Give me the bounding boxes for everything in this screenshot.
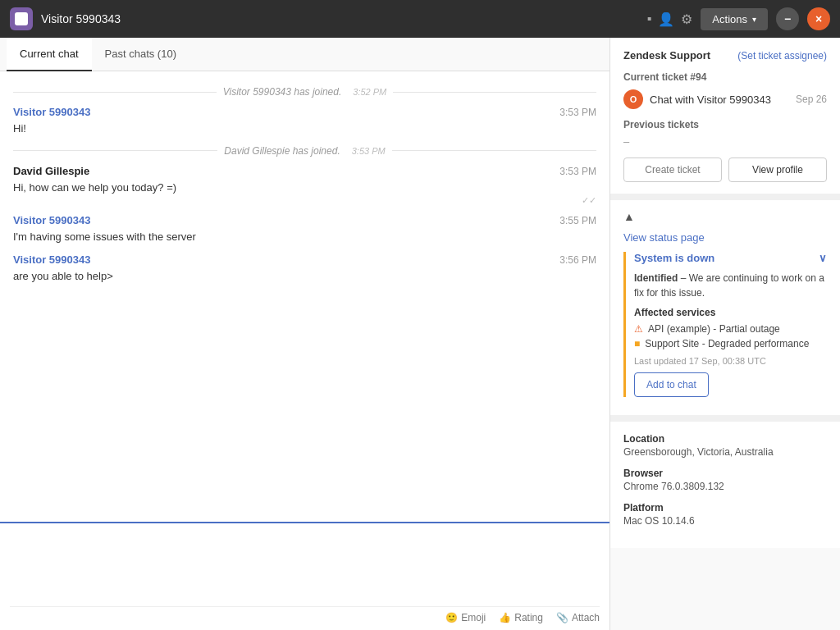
message-author: Visitor 5990343 [13, 253, 90, 266]
system-message-text: David Gillespie has joined. [224, 145, 340, 157]
location-value: Greensborough, Victoria, Australia [623, 446, 827, 458]
location-label: Location [623, 433, 827, 445]
emoji-label: Emoji [461, 612, 486, 623]
message-time: 3:53 PM [559, 107, 596, 118]
rating-label: Rating [514, 612, 543, 623]
message-time: 3:53 PM [559, 166, 596, 177]
message-time: 3:55 PM [559, 215, 596, 226]
chevron-down-icon: ∨ [819, 252, 827, 264]
chat-panel: Current chat Past chats (10) Visitor 599… [0, 38, 610, 630]
tabs: Current chat Past chats (10) [0, 38, 609, 71]
attach-button[interactable]: 📎 Attach [556, 612, 600, 623]
message-author: Visitor 5990343 [13, 214, 90, 226]
affected-item: ■Support Site - Degraded performance [634, 338, 827, 349]
message-author: Visitor 5990343 [13, 106, 90, 118]
titlebar: Visitor 5990343 ▪ 👤 ⚙ Actions ▾ − × [0, 0, 840, 38]
browser-value: Chrome 76.0.3809.132 [623, 481, 827, 492]
affected-items: ⚠API (example) - Partial outage■Support … [634, 323, 827, 349]
platform-value: Mac OS 10.14.6 [623, 515, 827, 527]
ticket-row: O Chat with Visitor 5990343 Sep 26 [623, 89, 827, 109]
message-input[interactable] [10, 530, 600, 604]
msg-footer: ✓✓ [13, 195, 596, 206]
actions-button[interactable]: Actions ▾ [701, 8, 768, 30]
zendesk-section: Zendesk Support (Set ticket assignee) Cu… [610, 38, 840, 200]
incident-status-bold: Identified [634, 272, 678, 284]
affected-icon: ⚠ [634, 323, 643, 335]
emoji-button[interactable]: 🙂 Emoji [445, 612, 486, 623]
system-message-time: 3:52 PM [353, 87, 386, 97]
message-block: David Gillespie 3:53 PM Hi, how can we h… [13, 165, 596, 207]
prev-tickets-label: Previous tickets [623, 119, 827, 130]
close-button[interactable]: × [807, 7, 830, 30]
minimize-button[interactable]: − [776, 7, 799, 30]
actions-label: Actions [712, 13, 747, 25]
view-status-link[interactable]: View status page [623, 231, 827, 244]
affected-item: ⚠API (example) - Partial outage [634, 323, 827, 335]
system-message-time: 3:53 PM [352, 146, 386, 156]
create-ticket-button[interactable]: Create ticket [623, 158, 722, 182]
app-icon [10, 7, 33, 30]
incident-title[interactable]: System is down ∨ [634, 252, 827, 264]
view-profile-button[interactable]: View profile [728, 158, 827, 182]
chevron-down-icon: ▾ [752, 15, 756, 24]
tab-current-chat[interactable]: Current chat [7, 38, 92, 71]
affected-item-text: API (example) - Partial outage [648, 323, 780, 335]
platform-group: Platform Mac OS 10.14.6 [623, 502, 827, 527]
location-section: Location Greensborough, Victoria, Austra… [610, 422, 840, 548]
right-panel: Zendesk Support (Set ticket assignee) Cu… [610, 38, 840, 630]
tab-past-chats[interactable]: Past chats (10) [92, 38, 189, 71]
emoji-icon: 🙂 [445, 612, 458, 623]
message-author: David Gillespie [13, 165, 89, 177]
attach-icon: 📎 [556, 612, 568, 623]
status-section: ▲ View status page System is down ∨ Iden… [610, 200, 840, 422]
prev-tickets-dash: – [623, 135, 827, 148]
ticket-icon: O [623, 89, 643, 109]
ticket-name: Chat with Visitor 5990343 [650, 94, 789, 106]
rating-icon: 👍 [499, 612, 511, 623]
location-group: Location Greensborough, Victoria, Austra… [623, 433, 827, 458]
attach-label: Attach [572, 612, 600, 623]
browser-group: Browser Chrome 76.0.3809.132 [623, 468, 827, 492]
message-time: 3:56 PM [559, 254, 596, 266]
message-block: Visitor 5990343 3:55 PM I'm having some … [13, 214, 596, 245]
incident-description: Identified – We are continuing to work o… [634, 271, 827, 300]
add-to-chat-button[interactable]: Add to chat [634, 372, 709, 397]
person-icon[interactable]: 👤 [658, 11, 674, 27]
zendesk-title: Zendesk Support [623, 49, 710, 62]
app-icon-inner [15, 12, 28, 25]
message-block: Visitor 5990343 3:53 PM Hi! [13, 106, 596, 137]
ticket-date: Sep 26 [796, 94, 827, 105]
system-message-text: Visitor 5990343 has joined. [223, 86, 342, 98]
ticket-buttons: Create ticket View profile [623, 158, 827, 182]
message-text: Hi! [13, 121, 596, 137]
set-assignee-link[interactable]: (Set ticket assignee) [737, 50, 827, 62]
msg-header: David Gillespie 3:53 PM [13, 165, 596, 177]
system-message: Visitor 5990343 has joined.3:52 PM [13, 86, 596, 98]
set-assignee-label: Set ticket assignee [741, 50, 824, 62]
msg-header: Visitor 5990343 3:53 PM [13, 106, 596, 118]
platform-label: Platform [623, 502, 827, 514]
msg-header: Visitor 5990343 3:55 PM [13, 214, 596, 226]
message-block: Visitor 5990343 3:56 PM are you able to … [13, 253, 596, 285]
message-text: Hi, how can we help you today? =) [13, 180, 596, 196]
browser-label: Browser [623, 468, 827, 479]
titlebar-icons: ▪ 👤 ⚙ [647, 11, 693, 27]
zendesk-header: Zendesk Support (Set ticket assignee) [623, 49, 827, 62]
screen-icon[interactable]: ▪ [647, 11, 652, 26]
affected-title: Affected services [634, 307, 827, 318]
messages-area: Visitor 5990343 has joined.3:52 PM Visit… [0, 71, 609, 522]
message-text: are you able to help> [13, 268, 596, 285]
message-text: I'm having some issues with the server [13, 229, 596, 245]
affected-icon: ■ [634, 338, 640, 349]
incident-title-text: System is down [634, 252, 714, 264]
status-incident: System is down ∨ Identified – We are con… [623, 252, 827, 397]
affected-item-text: Support Site - Degraded performance [645, 338, 809, 349]
settings-icon[interactable]: ⚙ [681, 11, 692, 27]
input-toolbar: 🙂 Emoji 👍 Rating 📎 Attach [10, 606, 600, 623]
titlebar-title: Visitor 5990343 [41, 12, 639, 25]
input-area: 🙂 Emoji 👍 Rating 📎 Attach [0, 522, 609, 630]
rating-button[interactable]: 👍 Rating [499, 612, 543, 623]
status-collapse-button[interactable]: ▲ [623, 210, 635, 223]
system-message: David Gillespie has joined.3:53 PM [13, 145, 596, 157]
last-updated: Last updated 17 Sep, 00:38 UTC [634, 356, 827, 366]
